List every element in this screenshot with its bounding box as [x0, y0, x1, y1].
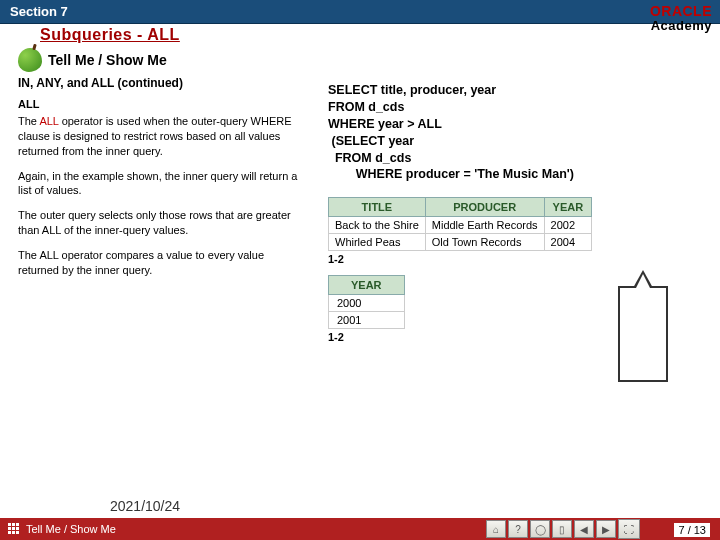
subheading-continued: IN, ANY, and ALL (continued) [18, 76, 304, 90]
cell: Whirled Peas [329, 234, 426, 251]
keyword-all: ALL [39, 115, 58, 127]
row-count: 1-2 [328, 253, 710, 265]
nav-bookmark-button[interactable]: ▯ [552, 520, 572, 538]
subheading-all: ALL [18, 98, 304, 110]
table-row: Back to the Shire Middle Earth Records 2… [329, 217, 592, 234]
nav-prev-button[interactable]: ◀ [574, 520, 594, 538]
cell: Old Town Records [425, 234, 544, 251]
arrow-up-icon [618, 286, 668, 382]
paragraph: Again, in the example shown, the inner q… [18, 169, 304, 199]
date-label: 2021/10/24 [110, 498, 180, 514]
cell: 2002 [544, 217, 592, 234]
page-indicator: 7 / 13 [674, 523, 710, 537]
cell: 2004 [544, 234, 592, 251]
col-header: TITLE [329, 198, 426, 217]
table-row: 2001 [329, 312, 405, 329]
section-bar: Section 7 [0, 0, 720, 24]
cell: Middle Earth Records [425, 217, 544, 234]
logo-oracle: ORACLE [650, 4, 712, 19]
table-row: Whirled Peas Old Town Records 2004 [329, 234, 592, 251]
col-header: YEAR [544, 198, 592, 217]
footer-title: Tell Me / Show Me [26, 523, 116, 535]
col-header: PRODUCER [425, 198, 544, 217]
tellme-heading: Tell Me / Show Me [48, 52, 167, 68]
text: The [18, 115, 39, 127]
result-table-year: YEAR 2000 2001 [328, 275, 405, 329]
result-table-main: TITLE PRODUCER YEAR Back to the Shire Mi… [328, 197, 592, 251]
nav-fullscreen-button[interactable]: ⛶ [618, 519, 640, 539]
cell: 2001 [329, 312, 405, 329]
sql-code: SELECT title, producer, year FROM d_cds … [328, 82, 710, 183]
paragraph: The ALL operator compares a value to eve… [18, 248, 304, 278]
paragraph: The ALL operator is used when the outer-… [18, 114, 304, 159]
nav-controls: ⌂ ? ◯ ▯ ◀ ▶ ⛶ [486, 519, 640, 539]
cell: Back to the Shire [329, 217, 426, 234]
nav-help-button[interactable]: ? [508, 520, 528, 538]
nav-next-button[interactable]: ▶ [596, 520, 616, 538]
slide-title: Subqueries - ALL [40, 26, 180, 44]
paragraph: The outer query selects only those rows … [18, 208, 304, 238]
apple-icon [18, 48, 42, 72]
nav-home-button[interactable]: ⌂ [486, 520, 506, 538]
cell: 2000 [329, 295, 405, 312]
text: operator is used when the outer-query WH… [18, 115, 292, 157]
grid-icon[interactable] [8, 523, 20, 535]
table-row: 2000 [329, 295, 405, 312]
nav-stop-button[interactable]: ◯ [530, 520, 550, 538]
col-header: YEAR [329, 276, 405, 295]
text-column: IN, ANY, and ALL (continued) ALL The ALL… [18, 76, 318, 343]
